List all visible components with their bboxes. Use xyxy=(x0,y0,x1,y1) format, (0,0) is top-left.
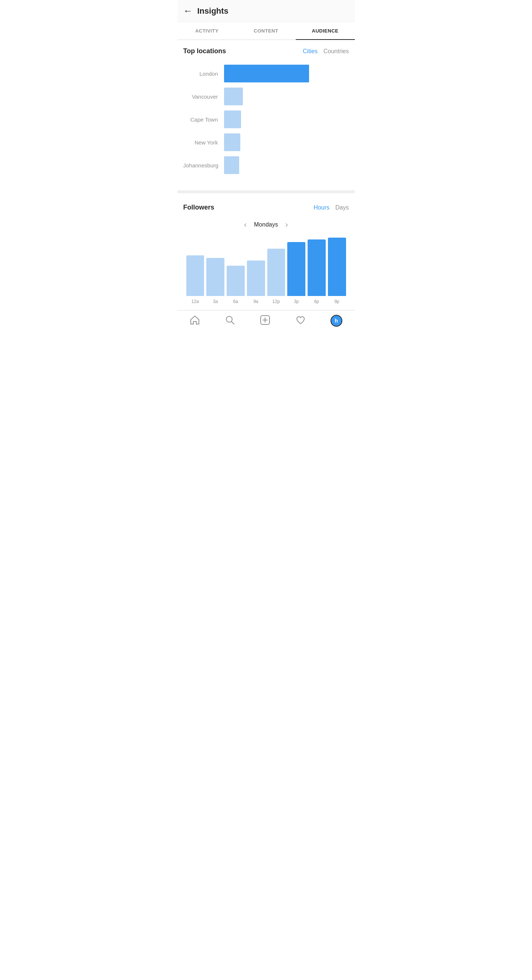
nav-profile-button[interactable]: h xyxy=(331,315,342,327)
toggle-days[interactable]: Days xyxy=(335,204,349,211)
bar-column: 9a xyxy=(247,238,265,304)
tab-content[interactable]: CONTENT xyxy=(237,22,296,40)
location-row: London xyxy=(183,64,349,83)
tab-activity[interactable]: ACTIVITY xyxy=(177,22,237,40)
location-label: Cape Town xyxy=(183,116,224,123)
tabs-bar: ACTIVITY CONTENT AUDIENCE xyxy=(177,22,355,40)
location-row: Johannesburg xyxy=(183,156,349,175)
followers-bar-chart: 12a3a6a9a12p3p6p9p xyxy=(185,238,347,304)
bar-column: 3a xyxy=(206,238,225,304)
prev-day-button[interactable]: ‹ xyxy=(244,220,247,229)
bar-label: 9a xyxy=(253,299,258,304)
back-button[interactable]: ← xyxy=(183,5,193,17)
top-locations-section: Top locations Cities Countries LondonVan… xyxy=(177,40,355,187)
location-bar xyxy=(224,110,241,128)
followers-chart-wrap: 12a3a6a9a12p3p6p9p xyxy=(183,238,349,310)
bar-label: 6p xyxy=(314,299,319,304)
section-header-followers: Followers Hours Days xyxy=(183,204,349,212)
locations-chart: LondonVancouverCape TownNew YorkJohannes… xyxy=(183,64,349,187)
toggle-hours[interactable]: Hours xyxy=(314,204,330,211)
bar-label: 3a xyxy=(213,299,218,304)
location-label: London xyxy=(183,71,224,77)
bar-fill xyxy=(287,242,305,296)
section-divider xyxy=(177,190,355,193)
bar-fill xyxy=(328,238,346,296)
header: ← Insights xyxy=(177,0,355,22)
next-day-button[interactable]: › xyxy=(285,220,288,229)
bar-column: 12p xyxy=(267,238,285,304)
day-navigator: ‹ Mondays › xyxy=(183,220,349,229)
bar-label: 12p xyxy=(272,299,280,304)
nav-activity-button[interactable] xyxy=(295,315,306,327)
location-bar xyxy=(224,88,243,105)
followers-section: Followers Hours Days ‹ Mondays › 12a3a6a… xyxy=(177,196,355,310)
bar-column: 9p xyxy=(328,238,346,304)
current-day-label: Mondays xyxy=(254,221,278,228)
location-row: New York xyxy=(183,133,349,152)
bar-fill xyxy=(247,261,265,296)
bar-label: 9p xyxy=(334,299,339,304)
bar-label: 12a xyxy=(191,299,199,304)
location-bar xyxy=(224,134,240,151)
bar-fill xyxy=(267,249,285,296)
followers-toggle: Hours Days xyxy=(314,204,349,211)
nav-add-button[interactable] xyxy=(260,315,270,327)
bar-column: 6a xyxy=(227,238,245,304)
location-label: New York xyxy=(183,139,224,146)
bottom-navigation: h xyxy=(177,310,355,332)
bar-fill xyxy=(206,258,225,296)
toggle-cities[interactable]: Cities xyxy=(303,48,318,55)
section-header-locations: Top locations Cities Countries xyxy=(183,47,349,55)
location-row: Vancouver xyxy=(183,87,349,106)
bar-fill xyxy=(307,239,326,296)
bar-column: 3p xyxy=(287,238,305,304)
bar-label: 3p xyxy=(294,299,299,304)
nav-home-button[interactable] xyxy=(190,315,200,327)
bar-column: 12a xyxy=(186,238,204,304)
tab-audience[interactable]: AUDIENCE xyxy=(296,22,355,40)
nav-search-button[interactable] xyxy=(225,315,235,327)
bar-column: 6p xyxy=(307,238,326,304)
svg-line-1 xyxy=(231,321,234,324)
location-bar xyxy=(224,65,309,83)
locations-toggle: Cities Countries xyxy=(303,48,349,55)
bar-label: 6a xyxy=(233,299,238,304)
section-title-followers: Followers xyxy=(183,204,214,212)
toggle-countries[interactable]: Countries xyxy=(323,48,349,55)
location-label: Johannesburg xyxy=(183,162,224,169)
bar-fill xyxy=(186,255,204,296)
bar-fill xyxy=(227,266,245,296)
section-title-locations: Top locations xyxy=(183,47,226,55)
location-label: Vancouver xyxy=(183,94,224,100)
page-title: Insights xyxy=(198,6,228,16)
location-row: Cape Town xyxy=(183,110,349,129)
location-bar xyxy=(224,156,239,174)
